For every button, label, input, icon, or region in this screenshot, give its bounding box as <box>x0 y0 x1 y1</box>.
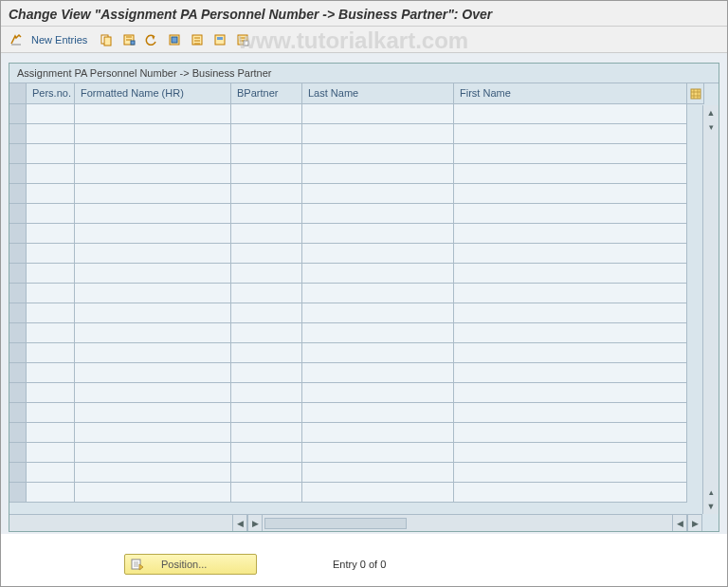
cell-formatted-name[interactable] <box>75 264 231 284</box>
cell-persno[interactable] <box>27 403 75 423</box>
scroll-down-small-icon[interactable]: ▴ <box>703 486 719 499</box>
row-selector[interactable] <box>9 144 27 164</box>
cell-persno[interactable] <box>27 343 75 363</box>
cell-persno[interactable] <box>27 164 75 184</box>
cell-last-name[interactable] <box>302 264 454 284</box>
cell-last-name[interactable] <box>302 323 454 343</box>
cell-formatted-name[interactable] <box>75 164 231 184</box>
scroll-left-step-icon[interactable]: ◀ <box>672 515 687 531</box>
horizontal-scrollbar[interactable]: ◀ ▶ ◀ ▶ <box>9 514 702 531</box>
cell-first-name[interactable] <box>454 423 687 443</box>
undo-icon[interactable] <box>142 30 161 49</box>
cell-bpartner[interactable] <box>231 443 302 463</box>
cell-persno[interactable] <box>27 144 75 164</box>
row-selector[interactable] <box>9 164 27 184</box>
cell-formatted-name[interactable] <box>75 184 231 204</box>
deselect-icon[interactable] <box>233 30 252 49</box>
cell-first-name[interactable] <box>454 483 687 503</box>
row-selector[interactable] <box>9 204 27 224</box>
cell-bpartner[interactable] <box>231 383 302 403</box>
cell-last-name[interactable] <box>302 244 454 264</box>
cell-bpartner[interactable] <box>231 204 302 224</box>
cell-persno[interactable] <box>27 363 75 383</box>
cell-last-name[interactable] <box>302 383 454 403</box>
cell-bpartner[interactable] <box>231 124 302 144</box>
scroll-right-step-icon[interactable]: ▶ <box>247 515 263 531</box>
row-selector[interactable] <box>9 224 27 244</box>
cell-formatted-name[interactable] <box>75 244 231 264</box>
cell-persno[interactable] <box>27 244 75 264</box>
table-settings-icon[interactable] <box>687 83 704 104</box>
cell-last-name[interactable] <box>302 403 454 423</box>
row-selector[interactable] <box>9 104 27 124</box>
cell-bpartner[interactable] <box>231 144 302 164</box>
cell-persno[interactable] <box>27 303 75 323</box>
cell-formatted-name[interactable] <box>75 423 231 443</box>
cell-bpartner[interactable] <box>231 363 302 383</box>
cell-formatted-name[interactable] <box>75 303 231 323</box>
cell-last-name[interactable] <box>302 423 454 443</box>
cell-bpartner[interactable] <box>231 303 302 323</box>
cell-formatted-name[interactable] <box>75 403 231 423</box>
row-selector[interactable] <box>9 284 27 303</box>
cell-last-name[interactable] <box>302 104 454 124</box>
cell-persno[interactable] <box>27 423 75 443</box>
cell-persno[interactable] <box>27 264 75 284</box>
cell-bpartner[interactable] <box>231 343 302 363</box>
cell-first-name[interactable] <box>454 264 687 284</box>
cell-first-name[interactable] <box>454 403 687 423</box>
cell-last-name[interactable] <box>302 463 454 483</box>
position-button[interactable]: Position... <box>124 554 257 575</box>
cell-first-name[interactable] <box>454 463 687 483</box>
cell-formatted-name[interactable] <box>75 483 231 503</box>
cell-bpartner[interactable] <box>231 423 302 443</box>
cell-persno[interactable] <box>27 483 75 503</box>
new-entries-button[interactable]: New Entries <box>29 34 93 46</box>
row-selector[interactable] <box>9 483 27 503</box>
cell-formatted-name[interactable] <box>75 323 231 343</box>
row-selector[interactable] <box>9 303 27 323</box>
cell-bpartner[interactable] <box>231 483 302 503</box>
copy-icon[interactable] <box>97 30 116 49</box>
cell-persno[interactable] <box>27 224 75 244</box>
cell-first-name[interactable] <box>454 144 687 164</box>
cell-bpartner[interactable] <box>231 264 302 284</box>
cell-first-name[interactable] <box>454 383 687 403</box>
row-selector[interactable] <box>9 383 27 403</box>
cell-last-name[interactable] <box>302 343 454 363</box>
scroll-up-small-icon[interactable]: ▾ <box>703 120 719 134</box>
cell-last-name[interactable] <box>302 184 454 204</box>
cell-bpartner[interactable] <box>231 284 302 303</box>
row-selector[interactable] <box>9 264 27 284</box>
col-header-formatted-name[interactable]: Formatted Name (HR) <box>75 83 231 104</box>
cell-formatted-name[interactable] <box>75 224 231 244</box>
cell-bpartner[interactable] <box>231 164 302 184</box>
cell-bpartner[interactable] <box>231 244 302 264</box>
cell-last-name[interactable] <box>302 363 454 383</box>
row-selector[interactable] <box>9 443 27 463</box>
cell-last-name[interactable] <box>302 284 454 303</box>
cell-first-name[interactable] <box>454 363 687 383</box>
cell-last-name[interactable] <box>302 164 454 184</box>
select-block-icon[interactable] <box>210 30 229 49</box>
cell-last-name[interactable] <box>302 204 454 224</box>
row-selector[interactable] <box>9 463 27 483</box>
cell-first-name[interactable] <box>454 343 687 363</box>
row-selector[interactable] <box>9 363 27 383</box>
cell-formatted-name[interactable] <box>75 104 231 124</box>
row-selector-header[interactable] <box>9 83 27 104</box>
cell-persno[interactable] <box>27 383 75 403</box>
row-selector[interactable] <box>9 423 27 443</box>
cell-first-name[interactable] <box>454 244 687 264</box>
hscroll-track[interactable] <box>264 518 407 529</box>
cell-formatted-name[interactable] <box>75 343 231 363</box>
cell-persno[interactable] <box>27 443 75 463</box>
select-all-icon[interactable] <box>165 30 184 49</box>
cell-last-name[interactable] <box>302 224 454 244</box>
cell-formatted-name[interactable] <box>75 363 231 383</box>
cell-first-name[interactable] <box>454 323 687 343</box>
cell-last-name[interactable] <box>302 483 454 503</box>
cell-formatted-name[interactable] <box>75 124 231 144</box>
row-selector[interactable] <box>9 403 27 423</box>
scroll-left-icon[interactable]: ◀ <box>232 515 247 531</box>
